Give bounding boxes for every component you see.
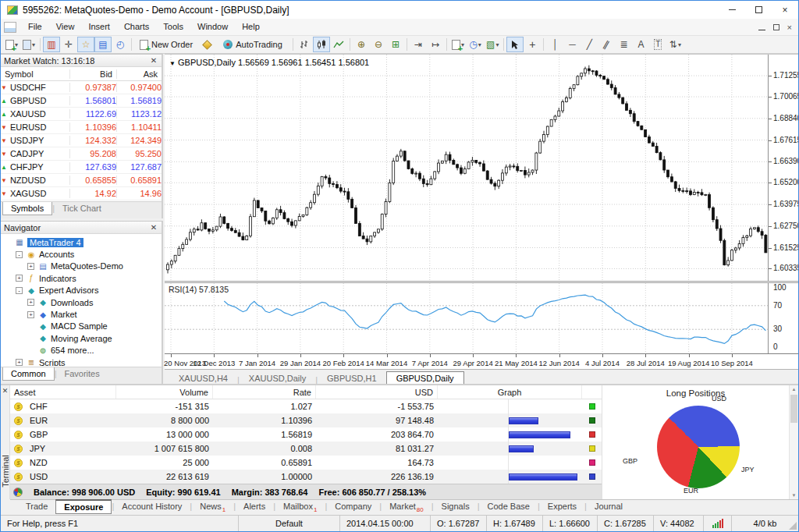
tab-tick-chart[interactable]: Tick Chart: [55, 202, 109, 215]
data-window-toggle[interactable]: ✛: [60, 37, 77, 52]
zoom-out-button[interactable]: ⊖: [370, 37, 387, 52]
profiles-button[interactable]: ▾: [20, 37, 37, 52]
rsi-chart[interactable]: [165, 283, 768, 353]
resize-grip[interactable]: [789, 522, 797, 530]
terminal-toggle[interactable]: ▤: [94, 37, 112, 52]
tree-item-metaquotes-demo[interactable]: +▤MetaQuotes-Demo: [1, 261, 162, 272]
terminal-scrollbar[interactable]: ▲▼: [789, 385, 798, 499]
fibonacci-button[interactable]: ≣: [615, 37, 632, 52]
tree-item-macd-sample[interactable]: ◆MACD Sample: [1, 321, 162, 332]
trendline-button[interactable]: ╱: [581, 37, 598, 52]
market-watch-close-icon[interactable]: ✕: [149, 56, 158, 65]
chart-tab-gbpusd-daily[interactable]: GBPUSD,Daily: [386, 371, 464, 385]
plus-expand-icon[interactable]: +: [16, 275, 23, 282]
metaeditor-button[interactable]: [198, 37, 215, 52]
market-watch-row[interactable]: ▲CHFJPY127.639127.687: [1, 161, 162, 174]
terminal-tab-company[interactable]: Company: [327, 500, 379, 512]
chart-window[interactable]: ▼ GBPUSD,Daily 1.56569 1.56961 1.56451 1…: [165, 54, 798, 384]
tree-item-market[interactable]: +◆Market: [1, 308, 162, 320]
tab-favorites[interactable]: Favorites: [56, 367, 107, 380]
vertical-line-button[interactable]: │: [546, 37, 563, 52]
market-watch-row[interactable]: ▼USDCHF0.973870.97400: [1, 81, 162, 94]
plus-expand-icon[interactable]: +: [16, 359, 23, 366]
plus-expand-icon[interactable]: +: [27, 311, 34, 318]
exposure-row-nzd[interactable]: $NZD25 0000.65891164.73: [10, 456, 602, 470]
child-restore-button[interactable]: [773, 23, 779, 32]
strategy-tester-toggle[interactable]: ◴: [112, 37, 129, 52]
equidistant-channel-button[interactable]: ∥: [598, 37, 615, 52]
exposure-row-usd[interactable]: $USD22 613 6191.00000226 136.19: [10, 470, 602, 484]
text-button[interactable]: A: [632, 37, 649, 52]
rsi-pane[interactable]: RSI(14) 57.8135 10070300: [165, 283, 798, 353]
chart-system-menu-icon[interactable]: [4, 22, 16, 33]
terminal-tab-mailbox[interactable]: Mailbox1: [275, 500, 325, 515]
exposure-row-chf[interactable]: $CHF-151 3151.027-1 553.75: [10, 399, 602, 413]
status-profile[interactable]: Default: [238, 516, 339, 531]
menu-view[interactable]: View: [49, 22, 82, 31]
terminal-tab-exposure[interactable]: Exposure: [55, 499, 112, 514]
tree-item-expert-advisors[interactable]: -◆Expert Advisors: [1, 285, 162, 296]
plus-expand-icon[interactable]: +: [27, 299, 34, 306]
autotrading-button[interactable]: AutoTrading: [215, 37, 290, 52]
exposure-row-jpy[interactable]: $JPY1 007 615 8000.00881 031.27: [10, 442, 602, 456]
terminal-tab-alerts[interactable]: Alerts: [236, 500, 273, 512]
minus-expand-icon[interactable]: -: [16, 251, 23, 258]
terminal-tab-account-history[interactable]: Account History: [114, 500, 190, 512]
terminal-tab-market[interactable]: Market80: [382, 500, 431, 515]
minus-expand-icon[interactable]: -: [16, 287, 23, 294]
scrollbar-thumb[interactable]: [790, 395, 797, 423]
tile-windows-button[interactable]: ⊞: [387, 37, 404, 52]
tab-common[interactable]: Common: [2, 367, 55, 381]
new-order-button[interactable]: +New Order: [134, 37, 198, 52]
menu-file[interactable]: File: [21, 22, 49, 31]
terminal-tab-trade[interactable]: Trade: [18, 500, 55, 512]
market-watch-row[interactable]: ▼CADJPY95.20895.250: [1, 147, 162, 161]
terminal-tab-experts[interactable]: Experts: [540, 500, 584, 512]
indicators-button[interactable]: +▾: [449, 37, 467, 52]
menu-insert[interactable]: Insert: [81, 22, 117, 31]
market-watch-toggle[interactable]: ▥: [43, 37, 60, 52]
candlestick-chart-button[interactable]: [313, 37, 330, 52]
candlestick-chart[interactable]: [165, 55, 768, 281]
menu-charts[interactable]: Charts: [117, 22, 156, 31]
terminal-close-icon[interactable]: ✕: [1, 387, 9, 395]
chart-tab-xauusd-h4[interactable]: XAUUSD,H4: [169, 372, 237, 385]
crosshair-button[interactable]: +: [524, 37, 541, 52]
chart-tab-gbpusd-h1[interactable]: GBPUSD,H1: [318, 372, 386, 385]
auto-scroll-button[interactable]: ⇥: [410, 37, 427, 52]
periods-button[interactable]: ◷▾: [467, 37, 484, 52]
exposure-row-gbp[interactable]: $GBP13 000 0001.56819203 864.70: [10, 427, 602, 442]
market-watch-row[interactable]: ▼USDJPY124.332124.349: [1, 134, 162, 147]
chart-collapse-icon[interactable]: ▼: [169, 60, 176, 67]
tree-item-downloads[interactable]: +◆Downloads: [1, 296, 162, 308]
terminal-tab-code-base[interactable]: Code Base: [480, 500, 538, 512]
navigator-close-icon[interactable]: ✕: [149, 223, 158, 232]
plus-expand-icon[interactable]: +: [27, 263, 34, 270]
exposure-row-eur[interactable]: $EUR8 800 0001.1039697 148.48: [10, 413, 602, 427]
price-pane[interactable]: ▼ GBPUSD,Daily 1.56569 1.56961 1.56451 1…: [165, 55, 798, 281]
cursor-button[interactable]: [506, 37, 524, 52]
templates-button[interactable]: ▧▾: [484, 37, 501, 52]
bar-chart-button[interactable]: [296, 37, 313, 52]
chart-tab-xauusd-daily[interactable]: XAUUSD,Daily: [240, 372, 315, 385]
child-close-button[interactable]: ×: [787, 23, 792, 32]
tree-item-moving-average[interactable]: ◆Moving Average: [1, 332, 162, 344]
close-button[interactable]: ×: [772, 1, 798, 19]
tree-item-metatrader-4[interactable]: ▦MetaTrader 4: [1, 236, 162, 248]
minimize-button[interactable]: [719, 1, 745, 19]
text-label-button[interactable]: T: [649, 37, 666, 52]
market-watch-row[interactable]: ▼EURUSD1.103961.10411: [1, 121, 162, 134]
new-chart-button[interactable]: +▾: [3, 37, 20, 52]
terminal-tab-signals[interactable]: Signals: [434, 500, 478, 512]
terminal-tab-journal[interactable]: Journal: [587, 500, 630, 512]
chart-shift-button[interactable]: ↦: [427, 37, 444, 52]
child-minimize-button[interactable]: [758, 23, 765, 32]
tab-symbols[interactable]: Symbols: [2, 202, 52, 215]
tree-item-indicators[interactable]: +ƒIndicators: [1, 272, 162, 284]
navigator-toggle[interactable]: ☆: [77, 37, 94, 52]
arrows-button[interactable]: ⇅▾: [666, 37, 684, 52]
horizontal-line-button[interactable]: ─: [563, 37, 581, 52]
tree-item-scripts[interactable]: +≣Scripts: [1, 356, 162, 366]
market-watch-row[interactable]: ▲GBPUSD1.568011.56819: [1, 94, 162, 108]
tree-item-accounts[interactable]: -◉Accounts: [1, 248, 162, 260]
